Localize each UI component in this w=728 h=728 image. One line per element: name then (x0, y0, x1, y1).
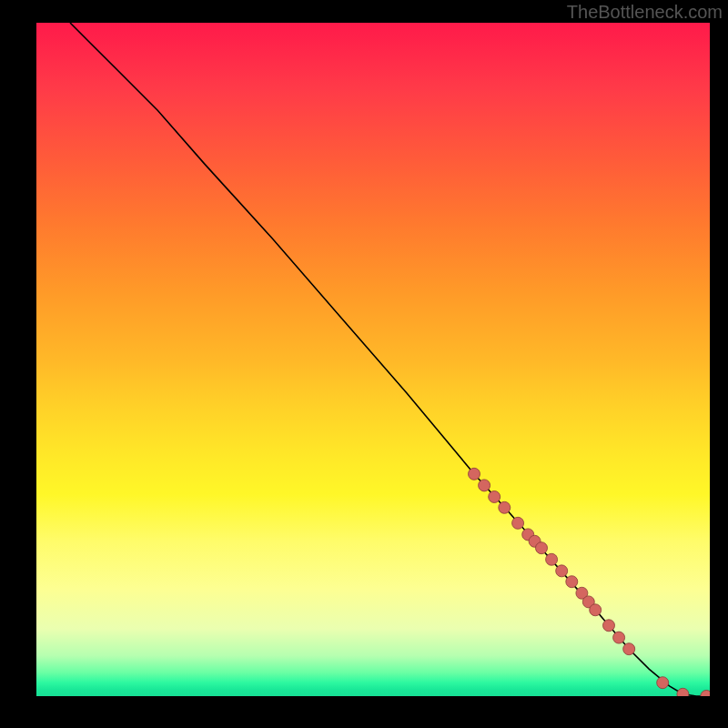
chart-marker (536, 542, 548, 554)
chart-marker (489, 490, 500, 502)
chart-plot-area (36, 23, 710, 696)
chart-marker (603, 620, 615, 632)
chart-overlay (36, 23, 710, 696)
chart-markers (469, 468, 711, 696)
chart-marker (590, 604, 602, 616)
chart-marker (677, 688, 689, 696)
chart-marker (623, 643, 635, 655)
chart-marker (479, 480, 490, 491)
chart-marker (566, 576, 578, 588)
chart-marker (546, 553, 558, 565)
chart-marker (469, 468, 480, 480)
watermark-text: TheBottleneck.com (567, 2, 723, 23)
chart-marker (613, 632, 625, 643)
chart-marker (499, 501, 511, 513)
chart-marker (512, 517, 524, 529)
chart-marker (657, 677, 669, 689)
chart-marker (701, 691, 710, 697)
chart-marker (556, 565, 568, 577)
chart-curve (70, 23, 710, 696)
